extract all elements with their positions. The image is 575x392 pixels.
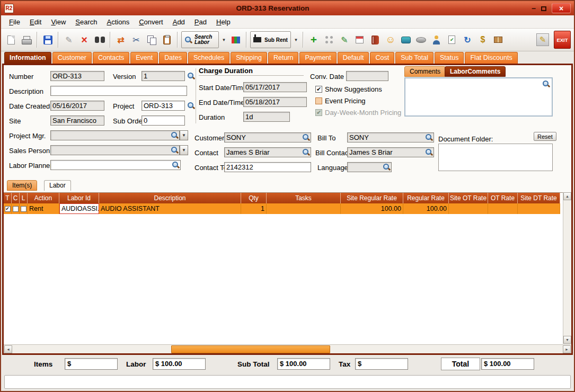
row-tasks-cell[interactable] xyxy=(267,203,341,214)
sub-rent-button[interactable]: Sub Rent xyxy=(250,31,291,48)
horizontal-scrollbar[interactable]: ◄ ► xyxy=(4,344,571,353)
minimize-button[interactable]: − xyxy=(532,5,536,12)
labor-planner-field[interactable] xyxy=(50,160,181,170)
scroll-down-icon[interactable]: ▼ xyxy=(563,336,571,344)
labor-comments-textarea[interactable] xyxy=(404,77,553,117)
row-description-cell[interactable]: AUDIO ASSISTANT xyxy=(99,203,241,214)
tab-sub-total[interactable]: Sub Total xyxy=(395,52,434,64)
horizontal-scroll-thumb[interactable] xyxy=(171,345,330,353)
row-regular-rate-cell[interactable]: 100.00 xyxy=(403,203,449,214)
conv-date-field[interactable] xyxy=(346,71,388,81)
bill-to-field[interactable]: SONY xyxy=(347,132,434,142)
tab-status[interactable]: Status xyxy=(435,52,464,64)
convert-notes-icon[interactable]: ⇄ xyxy=(114,32,128,47)
tab-flat-discounts[interactable]: Flat Discounts xyxy=(465,52,517,64)
menu-actions[interactable]: Actions xyxy=(103,17,134,27)
column-header-l[interactable]: L xyxy=(20,193,28,203)
highlighter-pen-icon[interactable]: ✎ xyxy=(536,33,549,46)
column-header-labor-id[interactable]: Labor Id xyxy=(59,193,99,203)
tab-schedules[interactable]: Schedules xyxy=(188,52,229,64)
package-icon[interactable] xyxy=(491,32,505,47)
scroll-left-icon[interactable]: ◄ xyxy=(4,345,12,353)
customer-field[interactable]: SONY xyxy=(224,132,311,142)
labor-planner-search-icon[interactable] xyxy=(172,161,180,169)
tab-event[interactable]: Event xyxy=(130,52,158,64)
description-field[interactable] xyxy=(50,86,187,96)
tab-customer[interactable]: Customer xyxy=(52,52,92,64)
site-field[interactable]: San Francisco xyxy=(50,115,104,126)
copy-icon[interactable] xyxy=(145,32,158,47)
money-icon[interactable]: $ xyxy=(476,32,490,47)
customer-search-icon[interactable] xyxy=(302,133,310,141)
cut-icon[interactable]: ✂ xyxy=(129,32,143,47)
sales-person-field[interactable] xyxy=(50,145,180,155)
edit-schedule-icon[interactable]: ✎ xyxy=(338,32,351,47)
tab-return[interactable]: Return xyxy=(268,52,299,64)
sales-person-dropdown-icon[interactable]: ▼ xyxy=(180,145,188,155)
event-pricing-checkbox[interactable] xyxy=(315,97,322,104)
tab-items[interactable]: Item(s) xyxy=(7,180,37,191)
duration-field[interactable]: 1d xyxy=(243,112,290,122)
version-search-icon[interactable] xyxy=(187,72,195,80)
phonebook-icon[interactable] xyxy=(368,32,382,47)
end-date-field[interactable]: 05/18/2017 xyxy=(243,97,307,107)
tab-contacts[interactable]: Contacts xyxy=(93,52,129,64)
menu-file[interactable]: File xyxy=(5,17,24,27)
date-created-field[interactable]: 05/16/2017 xyxy=(50,101,104,111)
row-l-checkbox[interactable] xyxy=(21,206,26,212)
sub-total-field[interactable]: $ 100.00 xyxy=(277,358,330,370)
tab-comments[interactable]: Comments xyxy=(404,66,446,77)
tab-labor-comments[interactable]: LaborComments xyxy=(445,66,506,77)
language-field[interactable] xyxy=(347,162,392,172)
bill-to-search-icon[interactable] xyxy=(425,133,433,141)
save-icon[interactable] xyxy=(41,32,55,47)
tab-default[interactable]: Default xyxy=(338,52,369,64)
sales-person-search-icon[interactable] xyxy=(171,146,179,154)
project-mgr-search-icon[interactable] xyxy=(171,131,179,139)
row-action-cell[interactable]: Rent xyxy=(28,203,59,214)
scroll-right-icon[interactable]: ► xyxy=(563,345,571,353)
chart-icon[interactable] xyxy=(229,32,243,47)
column-header-site-dt-rate[interactable]: Site DT Rate xyxy=(518,193,560,203)
vertical-scrollbar[interactable]: ▲ ▼ xyxy=(563,192,571,344)
contact-field[interactable]: James S Briar xyxy=(224,147,311,157)
row-c-checkbox[interactable] xyxy=(13,206,19,212)
menu-add[interactable]: Add xyxy=(169,17,189,27)
tab-payment[interactable]: Payment xyxy=(299,52,336,64)
project-field[interactable]: ORD-313 xyxy=(141,101,185,111)
table-row[interactable]: Rent AUDIOASSI... AUDIO ASSISTANT 1 100.… xyxy=(4,203,560,214)
column-header-qty[interactable]: Qty xyxy=(241,193,267,203)
total-field[interactable]: $ 100.00 xyxy=(481,358,534,370)
exit-button[interactable]: EXIT xyxy=(554,31,571,49)
menu-help[interactable]: Help xyxy=(213,17,234,27)
document-folder-box[interactable] xyxy=(438,144,553,171)
start-date-field[interactable]: 05/17/2017 xyxy=(243,82,307,92)
print-icon[interactable] xyxy=(20,32,33,47)
column-header-ot-rate[interactable]: OT Rate xyxy=(488,193,518,203)
row-labor-id-cell[interactable]: AUDIOASSI... xyxy=(59,203,99,214)
menu-view[interactable]: View xyxy=(47,17,69,27)
menu-edit[interactable]: Edit xyxy=(26,17,45,27)
comments-search-icon[interactable] xyxy=(542,80,550,88)
project-mgr-dropdown-icon[interactable]: ▼ xyxy=(180,130,188,140)
number-field[interactable]: ORD-313 xyxy=(50,71,104,81)
paste-icon[interactable] xyxy=(160,32,174,47)
close-button[interactable]: × xyxy=(552,3,571,13)
scroll-up-icon[interactable]: ▲ xyxy=(563,192,571,200)
sub-orders-field[interactable]: 0 xyxy=(141,115,185,126)
search-labor-dropdown-icon[interactable]: ▼ xyxy=(220,32,227,47)
column-header-action[interactable]: Action xyxy=(28,193,59,203)
column-header-site-ot-rate[interactable]: Site OT Rate xyxy=(449,193,488,203)
column-header-site-regular-rate[interactable]: Site Regular Rate xyxy=(341,193,403,203)
tab-shipping[interactable]: Shipping xyxy=(231,52,267,64)
new-document-icon[interactable] xyxy=(4,32,18,47)
project-mgr-field[interactable] xyxy=(50,130,180,140)
calendar-edit-icon[interactable] xyxy=(353,32,367,47)
bill-contact-field[interactable]: James S Briar xyxy=(347,147,434,157)
column-header-description[interactable]: Description xyxy=(99,193,241,203)
sub-rent-dropdown-icon[interactable]: ▼ xyxy=(293,32,299,47)
show-suggestions-checkbox[interactable] xyxy=(315,86,322,93)
items-total-field[interactable]: $ xyxy=(65,358,118,370)
bill-contact-search-icon[interactable] xyxy=(425,148,433,156)
grid-dots-icon[interactable] xyxy=(322,32,336,47)
